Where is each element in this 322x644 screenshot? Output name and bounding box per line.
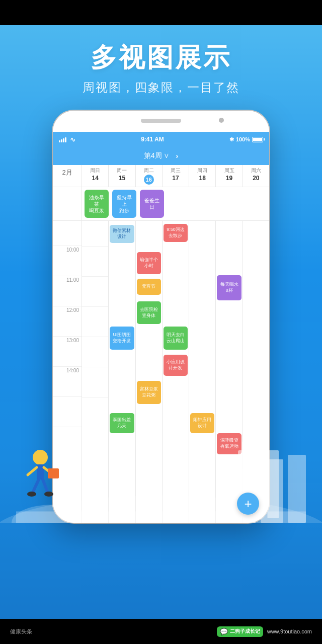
- status-time: 9:41 AM: [141, 136, 164, 143]
- day-header-row: 2月 周日 14 周一 15 周二 16 周三 17: [53, 165, 269, 187]
- character-illustration: [18, 442, 68, 508]
- status-bar: ∿ 9:41 AM ✱ 100%: [53, 132, 269, 147]
- svg-rect-14: [48, 468, 59, 478]
- day-num-2-active: 16: [144, 175, 154, 185]
- week-label: 第4周 ∨: [144, 151, 170, 160]
- event-breakfast[interactable]: 富林豆浆豆花粥: [137, 381, 161, 404]
- subtitle: 周视图，四象限，一目了然: [0, 79, 322, 96]
- svg-rect-4: [268, 450, 279, 518]
- wechat-icon: 💬: [220, 628, 228, 635]
- day-name-6: 周六: [244, 167, 268, 174]
- title-section: 多视图展示 周视图，四象限，一目了然: [0, 25, 322, 101]
- time-slot-pre: [53, 221, 82, 246]
- day-num-1: 15: [110, 175, 134, 182]
- allday-empty-6: [244, 189, 268, 219]
- time-label-11: 11:00: [66, 277, 79, 283]
- month-label: 2月: [55, 168, 79, 177]
- signal-bar-3: [63, 138, 64, 142]
- phone-top-bezel: [53, 111, 269, 132]
- time-slot-13: 13:00: [53, 337, 82, 367]
- status-right: ✱ 100%: [229, 136, 263, 143]
- event-yuanxiao[interactable]: 元宵节: [137, 279, 161, 295]
- allday-row: 油条早茶喝豆浆 坚持早上跑步 爸爸生日: [53, 187, 269, 221]
- time-label-12: 12:00: [66, 307, 79, 313]
- day-name-0: 周日: [83, 167, 107, 174]
- battery-fill: [253, 138, 262, 141]
- next-week-button[interactable]: ›: [176, 152, 179, 160]
- event-app-dev[interactable]: 小应用设计开发: [164, 355, 188, 376]
- day-cell-6[interactable]: 周六 20: [243, 165, 269, 187]
- phone-camera: [219, 118, 224, 123]
- day-name-2: 周二: [137, 167, 161, 174]
- time-slot-11: 11:00: [53, 276, 82, 306]
- main-title: 多视图展示: [0, 40, 322, 75]
- bottom-bar: 健康头条 💬 二狗子成长记 www.9toutiao.com: [0, 619, 322, 644]
- bottom-illustration: [0, 422, 322, 523]
- signal-bar-4: [65, 137, 66, 142]
- allday-empty-4: [192, 189, 216, 219]
- status-left: ∿: [59, 136, 75, 143]
- top-bar: [0, 0, 322, 25]
- watermark-right: 💬 二狗子成长记 www.9toutiao.com: [217, 626, 312, 637]
- event-yoga[interactable]: 瑜伽半个小时: [137, 252, 161, 274]
- svg-rect-11: [37, 464, 44, 479]
- signal-bars: [59, 136, 66, 142]
- day-num-5: 19: [217, 175, 241, 182]
- allday-empty-3: [167, 189, 191, 219]
- day-num-3: 17: [164, 175, 188, 182]
- allday-event-0[interactable]: 油条早茶喝豆浆: [85, 190, 109, 218]
- day-cell-1[interactable]: 周一 15: [109, 165, 135, 187]
- wifi-icon: ∿: [70, 136, 75, 143]
- phone-speaker: [141, 119, 181, 123]
- wechat-badge: 💬 二狗子成长记: [217, 626, 263, 637]
- battery-percent: 100%: [236, 136, 250, 142]
- day-cell-5[interactable]: 周五 19: [216, 165, 243, 187]
- day-num-4: 18: [190, 175, 214, 182]
- event-mountain[interactable]: 明天去白云山爬山: [164, 327, 188, 350]
- day-cell-3[interactable]: 周三 17: [163, 165, 189, 187]
- signal-bar-1: [59, 140, 60, 142]
- day-cell-4[interactable]: 周四 18: [189, 165, 216, 187]
- allday-event-2[interactable]: 爸爸生日: [140, 190, 164, 218]
- month-cell: 2月: [53, 165, 82, 187]
- fab-add-button[interactable]: +: [237, 493, 259, 515]
- svg-line-16: [43, 479, 48, 493]
- day-name-1: 周一: [110, 167, 134, 174]
- time-slot-12: 12:00: [53, 306, 82, 337]
- day-cell-2[interactable]: 周二 16: [136, 165, 163, 187]
- day-num-6: 20: [244, 175, 268, 182]
- day-name-4: 周四: [190, 167, 214, 174]
- event-wechat-design[interactable]: 微信素材设计: [110, 225, 134, 243]
- event-hospital[interactable]: 去医院检查身体: [137, 301, 161, 324]
- time-slot-14: 14:00: [53, 367, 82, 397]
- day-cell-0[interactable]: 周日 14: [82, 165, 109, 187]
- battery-icon: [252, 137, 263, 142]
- svg-point-10: [33, 450, 48, 465]
- site-url: www.9toutiao.com: [267, 628, 312, 634]
- allday-empty-5: [218, 189, 242, 219]
- allday-event-1[interactable]: 坚持早上跑步: [112, 190, 136, 218]
- week-nav-header[interactable]: 第4周 ∨ ›: [53, 147, 269, 165]
- allday-events: 油条早茶喝豆浆 坚持早上跑步 爸爸生日: [82, 187, 269, 220]
- bluetooth-icon: ✱: [229, 136, 234, 143]
- time-label-13: 13:00: [66, 338, 79, 343]
- time-slot-10: 10:00: [53, 246, 82, 276]
- day-name-5: 周五: [217, 167, 241, 174]
- time-label-10: 10:00: [66, 247, 79, 253]
- watermark-left: 健康头条: [10, 628, 32, 635]
- event-walk[interactable]: 9:50河边去散步: [164, 224, 188, 242]
- time-label-14: 14:00: [66, 368, 79, 373]
- day-num-0: 14: [83, 175, 107, 182]
- wechat-account-name: 二狗子成长记: [230, 628, 260, 635]
- svg-line-12: [28, 467, 37, 475]
- event-water[interactable]: 每天喝水8杯: [217, 275, 241, 300]
- allday-time: [53, 187, 82, 220]
- day-name-3: 周三: [164, 167, 188, 174]
- svg-point-18: [44, 492, 53, 497]
- svg-point-17: [27, 492, 36, 497]
- svg-line-15: [33, 479, 39, 493]
- event-ui-design[interactable]: UI图切图交给开发: [110, 327, 134, 350]
- signal-bar-2: [61, 139, 62, 142]
